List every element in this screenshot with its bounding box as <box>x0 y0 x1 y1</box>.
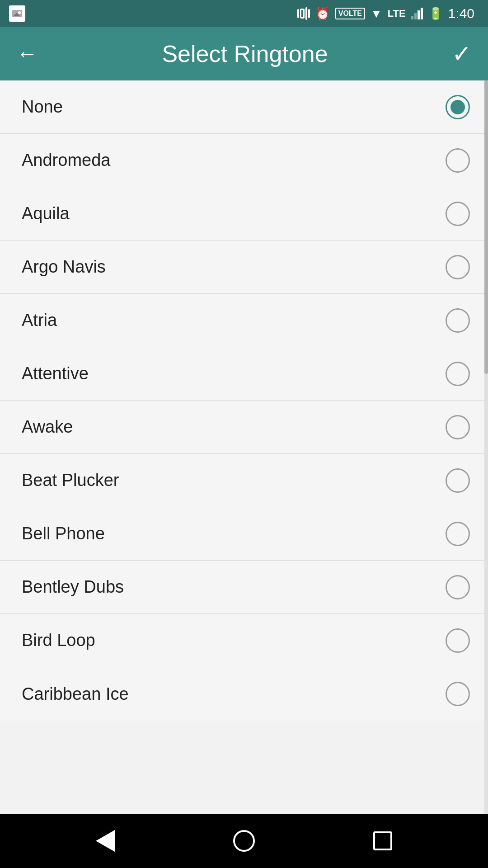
radio-button[interactable] <box>446 682 470 706</box>
list-item[interactable]: Awake <box>0 401 488 454</box>
list-item[interactable]: Argo Navis <box>0 241 488 294</box>
ringtone-label: Bell Phone <box>22 524 105 543</box>
ringtone-label: Awake <box>22 417 73 437</box>
radio-button[interactable] <box>446 575 470 599</box>
radio-button[interactable] <box>446 628 470 653</box>
volte-icon: VOLTE <box>335 8 365 19</box>
vibrate-icon <box>297 7 310 20</box>
list-item[interactable]: None <box>0 80 488 134</box>
radio-button[interactable] <box>446 308 470 333</box>
wifi-icon: ▼ <box>371 7 382 21</box>
ringtone-label: Beat Plucker <box>22 471 119 490</box>
ringtone-label: Bentley Dubs <box>22 577 124 597</box>
list-item[interactable]: Bentley Dubs <box>0 561 488 614</box>
ringtone-label: Attentive <box>22 364 89 383</box>
list-item[interactable]: Caribbean Ice <box>0 667 488 721</box>
home-nav-button[interactable] <box>226 823 262 859</box>
scrollbar-thumb <box>484 80 488 374</box>
ringtone-list: NoneAndromedaAquilaArgo NavisAtriaAttent… <box>0 80 488 814</box>
list-item[interactable]: Aquila <box>0 187 488 241</box>
scrollbar[interactable] <box>484 80 488 814</box>
radio-button[interactable] <box>446 95 470 119</box>
ringtone-label: Andromeda <box>22 151 110 170</box>
ringtone-label: Caribbean Ice <box>22 684 129 704</box>
confirm-button[interactable]: ✓ <box>452 40 472 67</box>
list-item[interactable]: Bell Phone <box>0 507 488 561</box>
signal-icon <box>411 8 423 19</box>
status-bar: ⏰ VOLTE ▼ LTE 🔋 1:40 <box>0 0 488 27</box>
nav-bar <box>0 814 488 868</box>
radio-button[interactable] <box>446 362 470 386</box>
radio-button[interactable] <box>446 468 470 493</box>
status-time: 1:40 <box>448 6 474 21</box>
list-item[interactable]: Andromeda <box>0 134 488 187</box>
status-icons: ⏰ VOLTE ▼ LTE 🔋 1:40 <box>297 6 474 21</box>
radio-button[interactable] <box>446 522 470 546</box>
ringtone-label: Argo Navis <box>22 257 106 277</box>
list-item[interactable]: Bird Loop <box>0 614 488 667</box>
back-button[interactable]: ← <box>16 43 38 65</box>
alarm-icon: ⏰ <box>315 7 330 21</box>
list-item[interactable]: Atria <box>0 294 488 347</box>
radio-button[interactable] <box>446 255 470 279</box>
back-nav-button[interactable] <box>87 823 123 859</box>
page-title: Select Ringtone <box>38 40 452 67</box>
ringtone-label: None <box>22 97 63 117</box>
app-bar: ← Select Ringtone ✓ <box>0 27 488 80</box>
radio-button[interactable] <box>446 148 470 173</box>
list-item[interactable]: Beat Plucker <box>0 454 488 507</box>
ringtone-label: Bird Loop <box>22 631 95 650</box>
battery-icon: 🔋 <box>428 7 443 21</box>
radio-button[interactable] <box>446 415 470 439</box>
recents-nav-button[interactable] <box>365 823 401 859</box>
gallery-icon <box>9 5 25 22</box>
radio-button[interactable] <box>446 202 470 226</box>
ringtone-label: Aquila <box>22 204 70 223</box>
ringtone-label: Atria <box>22 311 57 330</box>
list-item[interactable]: Attentive <box>0 347 488 401</box>
lte-label: LTE <box>388 8 406 19</box>
